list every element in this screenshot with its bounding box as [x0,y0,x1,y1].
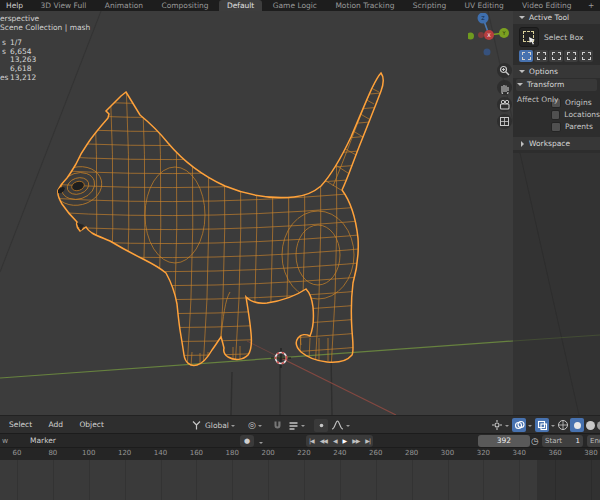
timeline-header: w Marker ● |◀ ◀◀ ◀ ▶ ▶▶ ▶| 392 ◷ Start 1… [0,433,600,448]
auto-keying-record-button[interactable]: ● [240,435,254,447]
end-frame-field[interactable]: End [587,435,600,447]
cat-wireframe-model[interactable] [48,73,392,370]
gizmo-axis-neg-x[interactable] [478,32,484,38]
material-shading-icon [586,421,595,430]
parents-label: Parents [565,122,593,131]
transform-orientation-dropdown[interactable]: Global [191,416,235,434]
ruler-frame-label: 320 [477,449,490,457]
shading-material-button[interactable] [586,416,595,434]
tab-3d-view-full[interactable]: 3D View Full [33,0,95,11]
parents-checkbox[interactable] [551,122,561,132]
zoom-button[interactable] [497,63,512,78]
orientation-value: Global [205,421,229,430]
xray-toggle-dropdown[interactable] [535,416,555,434]
parents-checkbox-row[interactable]: Parents [551,121,600,132]
affect-only-label: Affect Only [517,95,559,104]
overlays-toggle-dropdown[interactable] [512,416,532,434]
camera-view-button[interactable] [497,97,512,112]
current-frame-field[interactable]: 392 [478,435,530,447]
snap-toggle[interactable] [272,416,283,434]
ruler-frame-label: 280 [405,449,418,457]
pan-button[interactable] [497,80,512,95]
snapping-dropdown[interactable] [288,416,305,434]
locations-checkbox[interactable] [551,110,560,120]
shading-wireframe-button[interactable] [557,416,569,434]
gizmo-z-label: Z [481,15,485,21]
gizmo-axis-neg-z[interactable] [484,49,491,56]
tab-video-editing[interactable]: Video Editing [514,0,580,11]
object-menu[interactable]: Object [72,416,110,434]
next-keyframe-button[interactable]: ▶▶ [349,435,362,447]
timeline-grid-line [196,459,197,500]
start-frame-field[interactable]: Start 1 [542,435,583,447]
orientation-axes-icon [191,420,202,431]
hand-icon [498,81,511,94]
ruler-frame-label: 140 [154,449,167,457]
play-reverse-button[interactable]: ◀ [330,435,340,447]
proportional-edit-toggle[interactable] [314,416,328,434]
select-mode-intersect-button[interactable] [579,50,593,62]
workspace-panel-header[interactable]: Workspace [513,137,600,150]
marker-menu[interactable]: Marker [30,434,56,448]
timeline-grid-line [17,459,18,500]
timeline-ruler[interactable]: 6080100120140160180200220240260280300320… [0,447,600,460]
camera-icon [498,98,511,111]
select-box-icon [519,27,539,47]
gizmo-toggle-dropdown[interactable] [491,416,509,434]
timeline-tracks[interactable] [0,459,600,500]
tab-motion-tracking[interactable]: Motion Tracking [327,0,402,11]
proportional-falloff-dropdown[interactable] [331,416,350,434]
ruler-frame-label: 180 [226,449,239,457]
stat-faces-value: 6,618 [10,64,31,73]
select-mode-invert-button[interactable] [564,50,578,62]
ruler-frame-label: 300 [441,449,454,457]
add-menu[interactable]: Add [42,416,71,434]
timeline-menu-fragment[interactable]: w [2,434,8,448]
active-tool-name: Select Box [544,33,583,42]
tab-default[interactable]: Default [219,0,262,11]
active-tool-panel-header[interactable]: Active Tool [513,11,600,24]
options-panel-header[interactable]: Options [513,65,600,78]
tab-game-logic[interactable]: Game Logic [265,0,325,11]
select-mode-subtract-button[interactable] [549,50,563,62]
ruler-frame-label: 360 [548,449,561,457]
select-menu[interactable]: Select [2,416,39,434]
chevron-down-icon [301,425,305,429]
y-axis-line [0,335,600,378]
proportional-dot-icon [314,419,328,432]
pivot-point-dropdown[interactable]: ◎ [248,416,262,434]
transform-panel-header[interactable]: Transform [516,79,597,91]
3d-viewport[interactable]: erspective Scene Collection | mash s1/7 … [0,11,600,415]
select-mode-set-button[interactable] [519,50,533,62]
tab-scripting[interactable]: Scripting [405,0,454,11]
timeline-grid-line [412,459,413,500]
help-menu[interactable]: Help [0,0,30,11]
stopwatch-icon: ◷ [531,434,539,448]
wireframe-shading-icon [557,419,569,431]
solid-shading-icon [570,418,584,432]
ortho-toggle-button[interactable] [497,114,512,129]
tab-uv-editing[interactable]: UV Editing [457,0,512,11]
add-workspace-button[interactable]: + [582,1,600,10]
prev-keyframe-button[interactable]: ◀◀ [317,435,330,447]
locations-checkbox-row[interactable]: Locations [551,109,600,120]
locations-label: Locations [564,110,600,119]
select-mode-buttons [513,49,600,65]
xray-icon [535,418,549,432]
jump-to-end-button[interactable]: ▶| [362,435,373,447]
chevron-down-icon [505,425,509,429]
tab-compositing[interactable]: Compositing [153,0,216,11]
chevron-down-icon [258,425,262,429]
gizmo-axis-neg-y[interactable] [468,33,474,40]
select-mode-extend-button[interactable] [534,50,548,62]
play-button[interactable]: ▶ [340,435,350,447]
tab-animation[interactable]: Animation [97,0,151,11]
active-tool-row[interactable]: Select Box [513,24,600,49]
active-tool-title: Active Tool [529,11,569,24]
jump-to-start-button[interactable]: |◀ [306,435,317,447]
transform-title: Transform [527,79,564,91]
navigation-gizmo[interactable]: Z Y X [468,13,514,59]
shading-solid-button[interactable] [570,416,584,434]
magnet-icon [272,420,283,431]
ruler-frame-label: 220 [297,449,310,457]
